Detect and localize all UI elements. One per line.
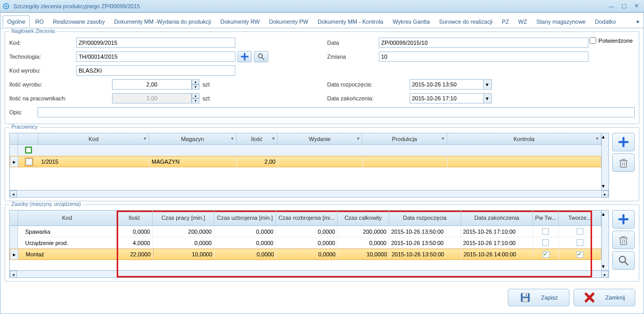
col-datazak[interactable]: Data zakończenia: [474, 215, 519, 221]
col-czasrozbr[interactable]: Czas rozbrojenia [mi...: [279, 215, 335, 221]
iloscw-input[interactable]: [112, 79, 192, 90]
datazak-dropdown[interactable]: ▾: [484, 93, 492, 103]
tab-wz[interactable]: WZ: [514, 16, 531, 27]
iloscw-up[interactable]: ▲: [192, 79, 199, 84]
search-button[interactable]: [612, 251, 635, 270]
tech-input[interactable]: [76, 51, 235, 62]
tab-dodatko[interactable]: Dodatko: [591, 16, 620, 27]
vertical-scrollbar[interactable]: ▴ ▾: [601, 211, 609, 270]
filter-icon[interactable]: ▼: [356, 136, 360, 141]
maximize-button[interactable]: ▢: [618, 2, 630, 10]
horizontal-scrollbar[interactable]: ◂ ▸: [10, 270, 609, 277]
zasoby-grid[interactable]: Kod Ilość Czas pracy [min.] Czas uzbroje…: [9, 210, 609, 278]
scroll-right[interactable]: ▸: [601, 271, 609, 278]
col-czascalc[interactable]: Czas całkowity: [344, 215, 382, 221]
table-row[interactable]: [10, 145, 601, 156]
col-ilosc[interactable]: Ilość: [251, 136, 263, 142]
table-row[interactable]: Urządzenie prod. 4,0000 0,0000 0,0000 0,…: [10, 237, 601, 249]
scroll-down[interactable]: ▾: [602, 263, 609, 270]
scroll-up[interactable]: ▴: [602, 133, 609, 141]
scroll-down[interactable]: ▾: [602, 183, 609, 190]
tab-ogolne[interactable]: Ogólne: [3, 15, 30, 27]
scroll-left[interactable]: ◂: [10, 271, 17, 278]
kodw-input[interactable]: [76, 65, 235, 76]
tab-dokumenty-pw[interactable]: Dokumenty PW: [265, 16, 312, 27]
scroll-up[interactable]: ▴: [602, 211, 609, 218]
delete-row-button[interactable]: [612, 153, 635, 172]
opis-input[interactable]: [38, 107, 635, 117]
kod-input[interactable]: [76, 38, 235, 48]
pracownicy-grid[interactable]: Kod▼ Magazyn▼ Ilość▼ Wydanie▼ Produkcja▼…: [9, 133, 609, 198]
col-datarozp[interactable]: Data rozpoczęcia: [403, 215, 447, 221]
tw-checkbox[interactable]: [577, 251, 583, 258]
naglowek-title: Nagłówek Zlecenia: [9, 28, 57, 34]
minimize-button[interactable]: —: [606, 2, 617, 10]
col-kod[interactable]: Kod: [88, 136, 99, 142]
col-tworze[interactable]: Tworze...: [568, 215, 592, 221]
svg-point-1: [5, 5, 7, 7]
filter-icon[interactable]: ▼: [441, 136, 445, 141]
datazak-input[interactable]: [410, 93, 484, 103]
pw-checkbox[interactable]: [542, 228, 549, 235]
col-produkcja[interactable]: Produkcja: [392, 136, 417, 142]
table-row[interactable]: Spawarka 0,0000 200,0000 0,0000 0,0000 2…: [10, 226, 601, 237]
tab-pz[interactable]: PZ: [498, 16, 513, 27]
horizontal-scrollbar[interactable]: ◂ ▸: [10, 190, 609, 197]
opis-label: Opis:: [9, 109, 38, 115]
cell-datarozp: 2015-10-26 13:50:00: [389, 237, 461, 248]
iloscprac-down[interactable]: ▼: [192, 98, 199, 103]
potwierdzone-checkbox[interactable]: [590, 37, 596, 44]
tab-bar: Ogólne RO Realizowane zasoby Dokumenty M…: [1, 13, 643, 28]
col-magazyn[interactable]: Magazyn: [181, 136, 204, 142]
iloscprac-up[interactable]: ▲: [192, 93, 199, 98]
tab-surowce[interactable]: Surowce do realizacji: [435, 16, 496, 27]
zmiana-input[interactable]: [379, 51, 588, 62]
add-row-button[interactable]: [612, 210, 635, 229]
delete-row-button[interactable]: [612, 231, 635, 249]
scroll-right[interactable]: ▸: [601, 190, 609, 198]
filter-icon[interactable]: ▼: [595, 136, 599, 141]
tw-checkbox[interactable]: [577, 228, 583, 235]
tech-label: Technologia:: [9, 54, 76, 60]
col-kod[interactable]: Kod: [62, 215, 72, 221]
table-row[interactable]: ▸ 1/2015 MAGAZYN 2,00: [10, 156, 601, 167]
datarozp-input[interactable]: [410, 79, 484, 90]
row-checkbox[interactable]: [26, 159, 32, 165]
vertical-scrollbar[interactable]: ▴ ▾: [601, 133, 609, 190]
scroll-left[interactable]: ◂: [10, 190, 17, 198]
tab-ro[interactable]: RO: [31, 16, 48, 27]
tech-add-button[interactable]: [237, 51, 252, 62]
filter-icon[interactable]: ▼: [143, 136, 147, 141]
col-czasuzbr[interactable]: Czas uzbrojenia [min.]: [217, 215, 273, 221]
tab-dokumenty-mm-wydania[interactable]: Dokumenty MM -Wydania do produkcji: [110, 16, 215, 27]
datarozp-dropdown[interactable]: ▾: [484, 79, 492, 90]
tab-dokumenty-mm-kontrola[interactable]: Dokumenty MM - Kontrola: [314, 16, 388, 27]
data-input[interactable]: [379, 38, 588, 48]
col-kontrola[interactable]: Kontrola: [513, 136, 535, 142]
tab-scroll-right[interactable]: ▸: [635, 18, 641, 25]
col-pwtw[interactable]: Pw Tw...: [535, 215, 556, 221]
row-checkbox[interactable]: [25, 147, 32, 153]
col-wydanie[interactable]: Wydanie: [309, 136, 331, 142]
tab-dokumenty-rw[interactable]: Dokumenty RW: [216, 16, 264, 27]
table-row[interactable]: ▸ Montaż 22,0000 10,0000 0,0000 0,0000 1…: [10, 249, 601, 260]
pw-checkbox[interactable]: [543, 251, 549, 258]
iloscw-down[interactable]: ▼: [192, 84, 199, 90]
pw-checkbox[interactable]: [542, 239, 549, 246]
tech-search-button[interactable]: [254, 51, 268, 62]
add-row-button[interactable]: [612, 133, 635, 151]
col-czaspracy[interactable]: Czas pracy [min.]: [161, 215, 205, 221]
tw-checkbox[interactable]: [577, 239, 583, 246]
tab-stany-magazynowe[interactable]: Stany magazynowe: [532, 16, 590, 27]
filter-icon[interactable]: ▼: [271, 136, 275, 141]
tab-wykres-gantta[interactable]: Wykres Gantta: [389, 16, 434, 27]
iloscw-spinner[interactable]: ▲▼: [112, 79, 199, 90]
col-ilosc[interactable]: Ilość: [128, 215, 140, 221]
close-button[interactable]: Zamknij: [574, 289, 635, 306]
close-window-button[interactable]: ✕: [631, 2, 642, 10]
cell-czasuzbr: 0,0000: [214, 237, 276, 248]
tab-realizowane-zasoby[interactable]: Realizowane zasoby: [49, 16, 109, 27]
save-button[interactable]: Zapisz: [508, 289, 569, 306]
filter-icon[interactable]: ▼: [230, 136, 234, 141]
iloscprac-spinner[interactable]: ▲▼: [112, 93, 199, 103]
